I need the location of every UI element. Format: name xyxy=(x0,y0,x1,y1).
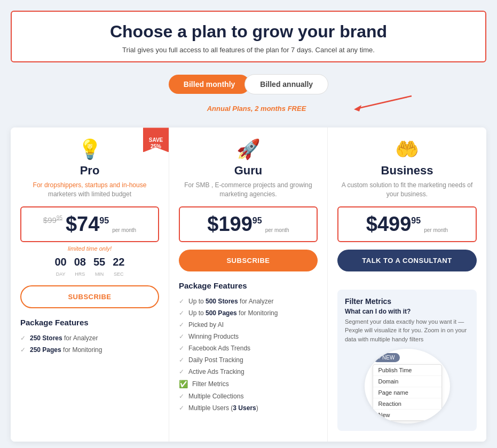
pro-price-new: $7495 xyxy=(66,213,109,236)
list-item: ✓ Multiple Collections xyxy=(179,390,318,402)
talk-consultant-button[interactable]: TALK TO A CONSULTANT xyxy=(337,250,477,271)
check-icon: ✓ xyxy=(179,368,184,375)
svg-line-0 xyxy=(358,96,412,108)
page-title: Choose a plan to grow your brand xyxy=(28,21,469,42)
check-icon: ✓ xyxy=(179,393,184,400)
check-icon: ✓ xyxy=(20,334,26,342)
guru-features-list: ✓ Up to 500 Stores for Analyzer ✓ Up to … xyxy=(179,295,318,414)
check-icon: ✓ xyxy=(179,298,184,305)
list-item: ✓ Up to 500 Stores for Analyzer xyxy=(179,295,318,307)
guru-price-new: $19995 xyxy=(207,213,262,236)
pro-subscribe-button[interactable]: SUBSCRIBE xyxy=(20,285,159,308)
filter-dropdown-mockup: + NEW Publish Time Domain Page name Reac… xyxy=(365,349,450,423)
limited-time-text: limited time only! xyxy=(20,245,159,252)
list-item: ✓ 250 Stores for Analyzer xyxy=(20,332,159,344)
pro-plan-desc: For dropshippers, startups and in-house … xyxy=(20,181,159,199)
pro-price-per: per month xyxy=(112,227,136,234)
countdown-sec: 22 SEC xyxy=(113,256,124,278)
list-item: ✓ Up to 500 Pages for Monitoring xyxy=(179,307,318,319)
header-subtitle: Trial gives you full access to all featu… xyxy=(28,46,469,54)
annual-promo-label: Annual Plans, 2 months FREE xyxy=(207,105,306,113)
filter-dropdown-menu: Publish Time Domain Page name Reaction N… xyxy=(373,364,442,421)
dropdown-item-publish[interactable]: Publish Time xyxy=(373,365,441,376)
business-icon: 🤲 xyxy=(337,138,477,161)
business-price-box: $49995 per month xyxy=(337,206,477,242)
list-item: ✓ Winning Products xyxy=(179,331,318,342)
pro-icon: 💡 xyxy=(20,138,159,161)
plan-business: 🤲 Business A custom solution to fit the … xyxy=(328,127,486,442)
dropdown-item-domain[interactable]: Domain xyxy=(373,376,441,387)
pro-plan-name: Pro xyxy=(20,164,159,178)
check-icon: ✓ xyxy=(20,346,26,354)
red-arrow-icon xyxy=(353,93,417,113)
countdown-days: 00 DAY xyxy=(55,256,67,278)
check-icon: ✓ xyxy=(179,333,184,340)
countdown-timer: 00 DAY 08 HRS 55 MIN 22 SEC xyxy=(20,256,159,278)
list-item: ✓ Facebook Ads Trends xyxy=(179,342,318,354)
svg-marker-1 xyxy=(354,105,361,111)
list-item: ✓ Multiple Users (3 Users) xyxy=(179,402,318,414)
countdown-min: 55 MIN xyxy=(93,256,105,278)
pro-features-list: ✓ 250 Stores for Analyzer ✓ 250 Pages fo… xyxy=(20,332,159,356)
guru-features-title: Package Features xyxy=(179,281,318,290)
pro-features-title: Package Features xyxy=(20,318,159,327)
billed-annually-button[interactable]: Billed annually xyxy=(244,74,328,94)
filter-question: What can I do with it? xyxy=(345,308,469,315)
check-green-icon: ✅ xyxy=(179,380,188,388)
guru-subscribe-button[interactable]: SUBSCRIBE xyxy=(179,250,318,271)
list-item: ✓ 250 Pages for Monitoring xyxy=(20,344,159,356)
plans-grid: SAVE 25% 💡 Pro For dropshippers, startup… xyxy=(11,127,486,442)
business-price-per: per month xyxy=(424,227,448,234)
check-icon: ✓ xyxy=(179,321,184,329)
filter-description: Segment your data exactly how you want i… xyxy=(345,317,469,344)
pro-price-box: $9995 $7495 per month xyxy=(20,206,159,242)
guru-icon: 🚀 xyxy=(179,138,318,161)
header-box: Choose a plan to grow your brand Trial g… xyxy=(11,11,486,62)
annual-promo-row: Annual Plans, 2 months FREE xyxy=(11,98,486,119)
new-button[interactable]: + NEW xyxy=(373,353,400,362)
dropdown-inner: + NEW Publish Time Domain Page name Reac… xyxy=(373,352,442,421)
business-plan-desc: A custom solution to fit the marketing n… xyxy=(337,181,477,199)
filter-metrics-box: Filter Metrics What can I do with it? Se… xyxy=(337,290,477,431)
check-icon: ✓ xyxy=(179,309,184,317)
guru-plan-desc: For SMB , E-commerce projects and growin… xyxy=(179,181,318,199)
dropdown-item-new[interactable]: New xyxy=(373,410,441,420)
guru-price-per: per month xyxy=(265,227,289,234)
plan-guru: 🚀 Guru For SMB , E-commerce projects and… xyxy=(169,127,328,442)
check-icon: ✓ xyxy=(179,345,184,352)
guru-price-box: $19995 per month xyxy=(179,206,318,242)
countdown-hrs: 08 HRS xyxy=(74,256,86,278)
list-item: ✓ Picked by AI xyxy=(179,319,318,331)
check-icon: ✓ xyxy=(179,356,184,364)
check-icon: ✓ xyxy=(179,404,184,412)
billed-monthly-button[interactable]: Billed monthly xyxy=(169,75,250,94)
list-item: ✓ Daily Post Tracking xyxy=(179,354,318,366)
billing-toggle: Billed monthly Billed annually xyxy=(11,74,486,94)
business-price-new: $49995 xyxy=(366,213,421,236)
dropdown-item-reaction[interactable]: Reaction xyxy=(373,398,441,410)
dropdown-item-pagename[interactable]: Page name xyxy=(373,387,441,398)
guru-plan-name: Guru xyxy=(179,164,318,178)
filter-metrics-title: Filter Metrics xyxy=(345,297,469,306)
list-item: ✅ Filter Metrics xyxy=(179,378,318,390)
business-plan-name: Business xyxy=(337,164,477,178)
plan-pro: SAVE 25% 💡 Pro For dropshippers, startup… xyxy=(11,127,169,442)
list-item: ✓ Active Ads Tracking xyxy=(179,366,318,378)
pro-price-old: $9995 xyxy=(43,215,62,225)
